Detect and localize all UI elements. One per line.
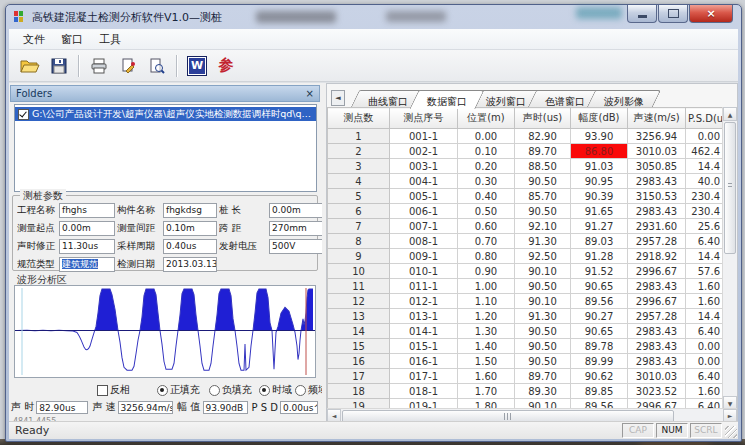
readout-input[interactable]: 0.00us^2/m bbox=[280, 401, 318, 414]
folders-header[interactable]: Folders × bbox=[10, 85, 320, 102]
table-cell[interactable]: 91.30 bbox=[515, 309, 571, 324]
table-cell[interactable]: 90.65 bbox=[571, 279, 628, 294]
table-cell[interactable]: 89.70 bbox=[515, 144, 571, 159]
table-cell[interactable]: 0.00 bbox=[686, 129, 723, 144]
table-row[interactable]: 9009-10.8092.5091.282918.9214.4 bbox=[328, 249, 723, 264]
table-cell[interactable]: 3150.53 bbox=[628, 189, 686, 204]
table-row[interactable]: 13013-11.2091.3090.272957.2814.4 bbox=[328, 309, 723, 324]
table-cell[interactable]: 3050.85 bbox=[628, 159, 686, 174]
table-cell[interactable]: 2983.43 bbox=[628, 354, 686, 369]
table-cell[interactable]: 4 bbox=[328, 174, 390, 189]
table-cell[interactable]: 89.85 bbox=[571, 384, 628, 399]
table-cell[interactable]: 90.62 bbox=[571, 369, 628, 384]
table-cell[interactable]: 3023.52 bbox=[628, 384, 686, 399]
menu-tools[interactable]: 工具 bbox=[91, 30, 129, 49]
column-header[interactable]: 声速(m/s) bbox=[628, 108, 686, 129]
table-cell[interactable]: 1.30 bbox=[458, 324, 515, 339]
table-cell[interactable]: 008-1 bbox=[390, 234, 458, 249]
table-cell[interactable]: 90.65 bbox=[571, 324, 628, 339]
table-cell[interactable]: 1.00 bbox=[458, 279, 515, 294]
table-cell[interactable]: 93.90 bbox=[571, 129, 628, 144]
maximize-button[interactable] bbox=[658, 5, 688, 23]
param-input[interactable]: 0.10m bbox=[163, 221, 217, 236]
table-cell[interactable]: 0.00 bbox=[686, 339, 723, 354]
table-cell[interactable]: 0.30 bbox=[458, 174, 515, 189]
titlebar[interactable]: 高铁建混凝土检测分析软件V1.0—测桩 × bbox=[6, 5, 741, 29]
table-cell[interactable]: 86.80 bbox=[571, 144, 628, 159]
table-row[interactable]: 11011-11.0090.5090.652983.431.60 bbox=[328, 279, 723, 294]
table-cell[interactable]: 13 bbox=[328, 309, 390, 324]
table-cell[interactable]: 91.65 bbox=[571, 204, 628, 219]
table-cell[interactable]: 2996.67 bbox=[628, 264, 686, 279]
column-header[interactable]: 位置(m) bbox=[458, 108, 515, 129]
table-row[interactable]: 17017-11.6089.7090.623010.036.40 bbox=[328, 369, 723, 384]
table-row[interactable]: 1001-10.0082.9093.903256.940.00 bbox=[328, 129, 723, 144]
param-input[interactable]: 270mm bbox=[269, 221, 327, 236]
column-header[interactable]: 声时(us) bbox=[515, 108, 571, 129]
table-cell[interactable]: 89.78 bbox=[571, 339, 628, 354]
table-cell[interactable]: 82.90 bbox=[515, 129, 571, 144]
print-preview-button[interactable] bbox=[144, 54, 170, 78]
table-cell[interactable]: 6.40 bbox=[686, 234, 723, 249]
horizontal-scrollbar[interactable]: ◄ ► bbox=[327, 408, 737, 422]
table-cell[interactable]: 3010.03 bbox=[628, 369, 686, 384]
table-cell[interactable]: 0.10 bbox=[458, 144, 515, 159]
table-cell[interactable]: 1.60 bbox=[686, 294, 723, 309]
table-cell[interactable]: 25.6 bbox=[686, 219, 723, 234]
table-cell[interactable]: 003-1 bbox=[390, 159, 458, 174]
print-button[interactable] bbox=[86, 54, 112, 78]
table-cell[interactable]: 3 bbox=[328, 159, 390, 174]
table-cell[interactable]: 2983.43 bbox=[628, 174, 686, 189]
table-cell[interactable]: 3256.94 bbox=[628, 129, 686, 144]
table-cell[interactable]: 0.20 bbox=[458, 159, 515, 174]
table-cell[interactable]: 91.03 bbox=[571, 159, 628, 174]
table-cell[interactable]: 91.30 bbox=[515, 234, 571, 249]
param-input[interactable]: 0.00m bbox=[269, 203, 327, 218]
table-row[interactable]: 5005-10.4085.7090.393150.53230.4 bbox=[328, 189, 723, 204]
table-cell[interactable]: 2 bbox=[328, 144, 390, 159]
table-cell[interactable]: 0.80 bbox=[458, 249, 515, 264]
table-cell[interactable]: 0.60 bbox=[458, 219, 515, 234]
table-row[interactable]: 3003-10.2088.5091.033050.8514.4 bbox=[328, 159, 723, 174]
table-row[interactable]: 10010-10.9090.1091.522996.6757.6 bbox=[328, 264, 723, 279]
close-button[interactable]: × bbox=[689, 5, 733, 23]
table-cell[interactable]: 90.50 bbox=[515, 339, 571, 354]
table-cell[interactable]: 92.50 bbox=[515, 249, 571, 264]
table-row[interactable]: 4004-10.3090.5090.952983.4340.0 bbox=[328, 174, 723, 189]
table-cell[interactable]: 90.50 bbox=[515, 324, 571, 339]
table-cell[interactable]: 013-1 bbox=[390, 309, 458, 324]
table-cell[interactable]: 7 bbox=[328, 219, 390, 234]
param-input[interactable]: 11.30us bbox=[59, 239, 115, 254]
column-header[interactable]: P.S.D(us bbox=[686, 108, 723, 129]
resize-grip-icon[interactable] bbox=[725, 426, 737, 438]
panel-close-icon[interactable]: × bbox=[306, 89, 314, 99]
param-input[interactable]: 建筑规范 bbox=[59, 257, 115, 272]
table-cell[interactable]: 014-1 bbox=[390, 324, 458, 339]
table-cell[interactable]: 0.40 bbox=[458, 189, 515, 204]
table-cell[interactable]: 90.50 bbox=[515, 174, 571, 189]
table-cell[interactable]: 2983.43 bbox=[628, 204, 686, 219]
table-row[interactable]: 7007-10.6092.1091.272931.6025.6 bbox=[328, 219, 723, 234]
vertical-scroll-thumb[interactable] bbox=[724, 122, 736, 254]
param-input[interactable]: fhgkdsg bbox=[163, 203, 217, 218]
table-cell[interactable]: 0.50 bbox=[458, 204, 515, 219]
table-cell[interactable]: 14 bbox=[328, 324, 390, 339]
table-cell[interactable]: 40.0 bbox=[686, 174, 723, 189]
readout-input[interactable]: 82.90us bbox=[36, 401, 88, 414]
column-header[interactable]: 测点数 bbox=[328, 108, 390, 129]
table-cell[interactable]: 57.6 bbox=[686, 264, 723, 279]
table-cell[interactable]: 001-1 bbox=[390, 129, 458, 144]
table-cell[interactable]: 14.4 bbox=[686, 249, 723, 264]
table-cell[interactable]: 6.40 bbox=[686, 369, 723, 384]
column-header[interactable]: 测点序号 bbox=[390, 108, 458, 129]
folders-tree[interactable]: G:\公司产品设计开发\超声仪器\超声仪实地检测数据调样时qd\qd03\qd0… bbox=[14, 104, 317, 192]
table-cell[interactable]: 14.4 bbox=[686, 309, 723, 324]
table-cell[interactable]: 010-1 bbox=[390, 264, 458, 279]
table-cell[interactable]: 89.30 bbox=[515, 384, 571, 399]
table-cell[interactable]: 2957.28 bbox=[628, 309, 686, 324]
fill-negative-radio[interactable]: 负填充 bbox=[209, 383, 252, 397]
menu-window[interactable]: 窗口 bbox=[53, 30, 91, 49]
table-row[interactable]: 8008-10.7091.3089.032957.286.40 bbox=[328, 234, 723, 249]
param-input[interactable]: 0.40us bbox=[163, 239, 217, 254]
table-cell[interactable]: 2918.92 bbox=[628, 249, 686, 264]
